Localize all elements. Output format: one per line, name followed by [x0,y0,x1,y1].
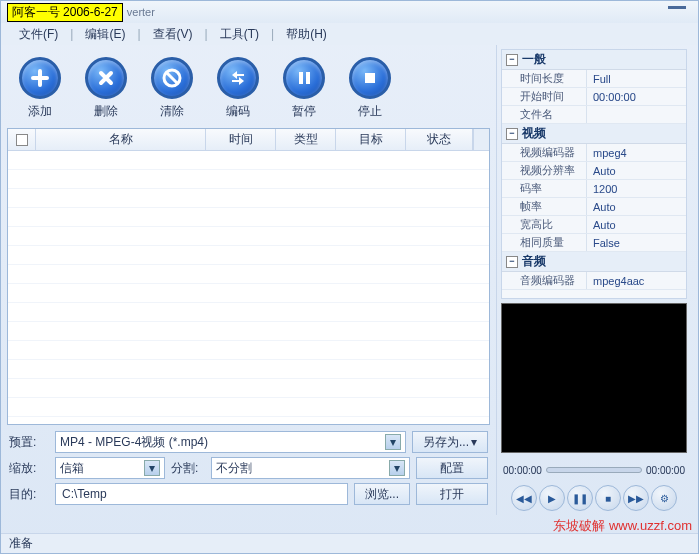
grid-body[interactable] [8,151,489,424]
add-button[interactable]: 添加 [19,57,61,120]
saveas-button[interactable]: 另存为...▾ [412,431,488,453]
pause-icon [283,57,325,99]
properties-panel[interactable]: −一般 时间长度Full 开始时间00:00:00 文件名 −视频 视频编码器m… [501,49,687,299]
player-settings-button[interactable]: ⚙ [651,485,677,511]
player-pause-button[interactable]: ❚❚ [567,485,593,511]
arrows-icon [217,57,259,99]
dest-input[interactable]: C:\Temp [55,483,348,505]
badge: 阿客一号 2006-6-27 [7,3,123,22]
video-preview [501,303,687,453]
encode-button[interactable]: 编码 [217,57,259,120]
group-video[interactable]: −视频 [502,124,686,144]
seek-slider[interactable] [546,467,642,473]
split-select[interactable]: 不分割 ▾ [211,457,410,479]
collapse-icon[interactable]: − [506,54,518,66]
clear-button[interactable]: 清除 [151,57,193,120]
watermark: 东坡破解 www.uzzf.com [553,517,692,535]
grid-scrollbar[interactable] [473,129,489,150]
time-current: 00:00:00 [503,465,542,476]
collapse-icon[interactable]: − [506,256,518,268]
stop-button[interactable]: 停止 [349,57,391,120]
col-target[interactable]: 目标 [336,129,406,150]
forbid-icon [151,57,193,99]
browse-button[interactable]: 浏览... [354,483,410,505]
plus-icon [19,57,61,99]
col-type[interactable]: 类型 [276,129,336,150]
menu-file[interactable]: 文件(F) [11,24,66,45]
scale-label: 缩放: [9,460,49,477]
titlebar: 阿客一号 2006-6-27 verter [1,1,698,23]
menu-help[interactable]: 帮助(H) [278,24,335,45]
open-button[interactable]: 打开 [416,483,488,505]
col-name[interactable]: 名称 [36,129,206,150]
preset-label: 预置: [9,434,49,451]
toolbar: 添加 删除 清除 编码 暂停 [7,49,490,126]
preset-select[interactable]: MP4 - MPEG-4视频 (*.mp4) ▾ [55,431,406,453]
split-label: 分割: [171,460,205,477]
col-time[interactable]: 时间 [206,129,276,150]
menubar: 文件(F)| 编辑(E)| 查看(V)| 工具(T)| 帮助(H) [1,23,698,45]
group-audio[interactable]: −音频 [502,252,686,272]
config-button[interactable]: 配置 [416,457,488,479]
group-general[interactable]: −一般 [502,50,686,70]
svg-rect-3 [365,73,375,83]
file-grid[interactable]: 名称 时间 类型 目标 状态 [7,128,490,425]
grid-header: 名称 时间 类型 目标 状态 [8,129,489,151]
player-next-button[interactable]: ▶▶ [623,485,649,511]
chevron-down-icon: ▾ [389,460,405,476]
status-bar: 准备 [1,533,698,553]
collapse-icon[interactable]: − [506,128,518,140]
title-suffix: verter [127,6,155,18]
chevron-down-icon: ▾ [385,434,401,450]
player-stop-button[interactable]: ■ [595,485,621,511]
scale-select[interactable]: 信箱 ▾ [55,457,165,479]
menu-edit[interactable]: 编辑(E) [77,24,133,45]
delete-button[interactable]: 删除 [85,57,127,120]
svg-rect-1 [299,72,303,84]
x-icon [85,57,127,99]
dest-label: 目的: [9,486,49,503]
player-play-button[interactable]: ▶ [539,485,565,511]
menu-tools[interactable]: 工具(T) [212,24,267,45]
check-all[interactable] [16,134,28,146]
pause-button[interactable]: 暂停 [283,57,325,120]
minimize-button[interactable] [668,5,686,9]
svg-rect-2 [306,72,310,84]
col-status[interactable]: 状态 [406,129,473,150]
player-prev-button[interactable]: ◀◀ [511,485,537,511]
time-total: 00:00:00 [646,465,685,476]
stop-icon [349,57,391,99]
chevron-down-icon: ▾ [144,460,160,476]
menu-view[interactable]: 查看(V) [145,24,201,45]
